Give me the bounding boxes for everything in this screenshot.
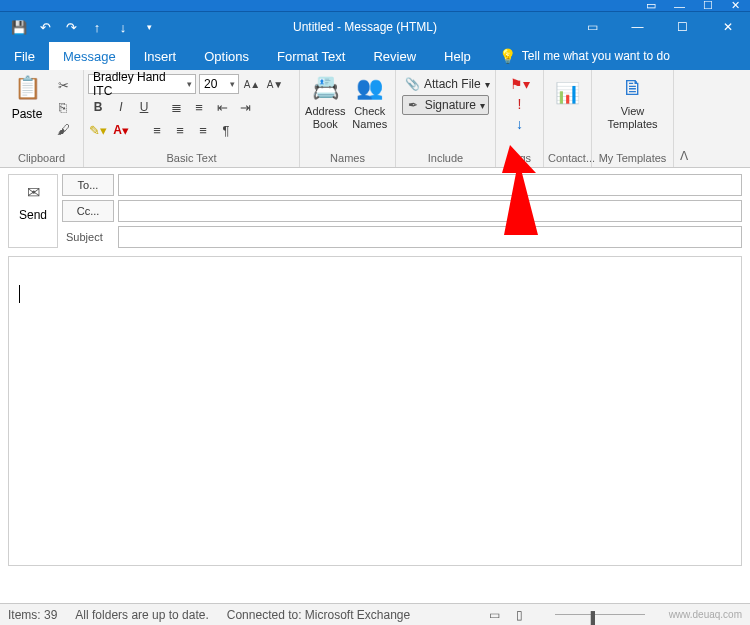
status-bar: Items: 39 All folders are up to date. Co… (0, 603, 750, 625)
contact-group-label: Contact... (548, 150, 587, 167)
view-normal-icon[interactable]: ▭ (483, 608, 505, 622)
group-basic-text: Bradley Hand ITC 20 A▲ A▼ B I U ≣ ≡ ⇤ ⇥ … (84, 70, 300, 167)
attach-file-label: Attach File (424, 77, 481, 91)
ribbon: 📋 Paste ✂ ⎘ 🖌 Clipboard Bradley Hand ITC… (0, 70, 750, 168)
font-family-select[interactable]: Bradley Hand ITC (88, 74, 196, 94)
paperclip-icon: 📎 (405, 77, 420, 91)
minimize-button[interactable]: — (615, 12, 660, 42)
check-names-icon: 👥 (356, 75, 383, 105)
high-importance-icon[interactable]: ! (510, 95, 530, 113)
qat-dropdown-icon[interactable]: ▾ (138, 16, 160, 38)
redo-icon[interactable]: ↷ (60, 16, 82, 38)
bold-button[interactable]: B (88, 97, 108, 117)
tab-help[interactable]: Help (430, 42, 485, 70)
address-book-icon: 📇 (312, 75, 339, 105)
window-title: Untitled - Message (HTML) (160, 20, 570, 34)
view-reading-icon[interactable]: ▯ (509, 608, 531, 622)
subject-input[interactable] (118, 226, 742, 248)
align-left-icon[interactable]: ≡ (147, 120, 167, 140)
tab-format-text[interactable]: Format Text (263, 42, 359, 70)
status-items: Items: 39 (8, 608, 57, 622)
view-templates-button[interactable]: 🗎 View Templates (610, 73, 656, 131)
templates-icon: 🗎 (622, 75, 644, 105)
check-names-button[interactable]: 👥 Check Names (349, 73, 392, 131)
indent-icon[interactable]: ⇥ (235, 97, 255, 117)
group-include: 📎 Attach File ▾ ✒ Signature ▾ Include (396, 70, 496, 167)
tab-insert[interactable]: Insert (130, 42, 191, 70)
signature-icon: ✒ (406, 98, 421, 112)
send-button[interactable]: ✉ Send (8, 174, 58, 248)
names-group-label: Names (304, 150, 391, 167)
include-group-label: Include (400, 150, 491, 167)
qat-down-icon[interactable]: ↓ (112, 16, 134, 38)
chevron-down-icon: ▾ (485, 79, 490, 90)
my-templates-group-label: My Templates (596, 150, 669, 167)
to-input[interactable] (118, 174, 742, 196)
save-icon[interactable]: 💾 (8, 16, 30, 38)
group-my-templates: 🗎 View Templates My Templates (592, 70, 674, 167)
tab-options[interactable]: Options (190, 42, 263, 70)
basic-text-group-label: Basic Text (88, 150, 295, 167)
maximize-button[interactable]: ☐ (660, 12, 705, 42)
tab-message[interactable]: Message (49, 42, 130, 70)
font-color-icon[interactable]: A▾ (111, 120, 131, 140)
watermark: www.deuaq.com (669, 609, 742, 620)
collapse-ribbon-button[interactable]: ᐱ (674, 70, 694, 167)
follow-up-flag-icon[interactable]: ⚑▾ (510, 75, 530, 93)
low-importance-icon[interactable]: ↓ (510, 115, 530, 133)
align-center-icon[interactable]: ≡ (170, 120, 190, 140)
outdent-icon[interactable]: ⇤ (212, 97, 232, 117)
close-button[interactable]: ✕ (705, 12, 750, 42)
check-names-label: Check Names (349, 105, 392, 131)
tab-file[interactable]: File (0, 42, 49, 70)
copy-icon[interactable]: ⎘ (52, 97, 74, 117)
contact-button[interactable]: 📊 (548, 79, 587, 111)
cc-button[interactable]: Cc... (62, 200, 114, 222)
clear-format-icon[interactable]: ¶ (216, 120, 236, 140)
envelope-icon: ✉ (27, 183, 40, 202)
tab-review[interactable]: Review (359, 42, 430, 70)
cut-icon[interactable]: ✂ (52, 75, 74, 95)
compose-header: ✉ Send To... Cc... Subject (0, 168, 750, 248)
view-switcher[interactable]: ▭ ▯ (483, 608, 530, 622)
subject-label: Subject (62, 231, 114, 243)
numbering-icon[interactable]: ≡ (189, 97, 209, 117)
qat-up-icon[interactable]: ↑ (86, 16, 108, 38)
text-cursor (19, 285, 731, 303)
view-templates-label: View Templates (607, 105, 657, 131)
group-contact: 📊 Contact... (544, 70, 592, 167)
title-bar: 💾 ↶ ↷ ↑ ↓ ▾ Untitled - Message (HTML) ▭ … (0, 12, 750, 42)
chevron-up-icon: ᐱ (680, 149, 688, 163)
align-right-icon[interactable]: ≡ (193, 120, 213, 140)
paste-label: Paste (12, 107, 43, 121)
format-painter-icon[interactable]: 🖌 (52, 119, 74, 139)
send-label: Send (19, 208, 47, 222)
zoom-slider[interactable]: ▌ (555, 614, 645, 615)
group-clipboard: 📋 Paste ✂ ⎘ 🖌 Clipboard (0, 70, 84, 167)
address-book-button[interactable]: 📇 Address Book (304, 73, 347, 131)
message-body[interactable] (8, 256, 742, 566)
grow-font-icon[interactable]: A▲ (242, 74, 262, 94)
ribbon-display-icon[interactable]: ▭ (570, 12, 615, 42)
font-size-select[interactable]: 20 (199, 74, 239, 94)
cc-input[interactable] (118, 200, 742, 222)
bullets-icon[interactable]: ≣ (166, 97, 186, 117)
clipboard-icon: 📋 (14, 75, 41, 107)
group-tags: ⚑▾ ! ↓ Tags (496, 70, 544, 167)
group-names: 📇 Address Book 👥 Check Names Names (300, 70, 396, 167)
highlight-icon[interactable]: ✎▾ (88, 120, 108, 140)
shrink-font-icon[interactable]: A▼ (265, 74, 285, 94)
ribbon-tabs: File Message Insert Options Format Text … (0, 42, 750, 70)
paste-button[interactable]: 📋 Paste (4, 73, 50, 121)
undo-icon[interactable]: ↶ (34, 16, 56, 38)
tell-me-label: Tell me what you want to do (522, 49, 670, 63)
italic-button[interactable]: I (111, 97, 131, 117)
underline-button[interactable]: U (134, 97, 154, 117)
attach-file-button[interactable]: 📎 Attach File ▾ (402, 75, 489, 93)
signature-button[interactable]: ✒ Signature ▾ (402, 95, 489, 115)
tell-me-search[interactable]: 💡 Tell me what you want to do (485, 42, 670, 70)
to-button[interactable]: To... (62, 174, 114, 196)
address-book-label: Address Book (304, 105, 347, 131)
status-folders: All folders are up to date. (75, 608, 208, 622)
bg-maximize-icon: ☐ (703, 0, 713, 12)
